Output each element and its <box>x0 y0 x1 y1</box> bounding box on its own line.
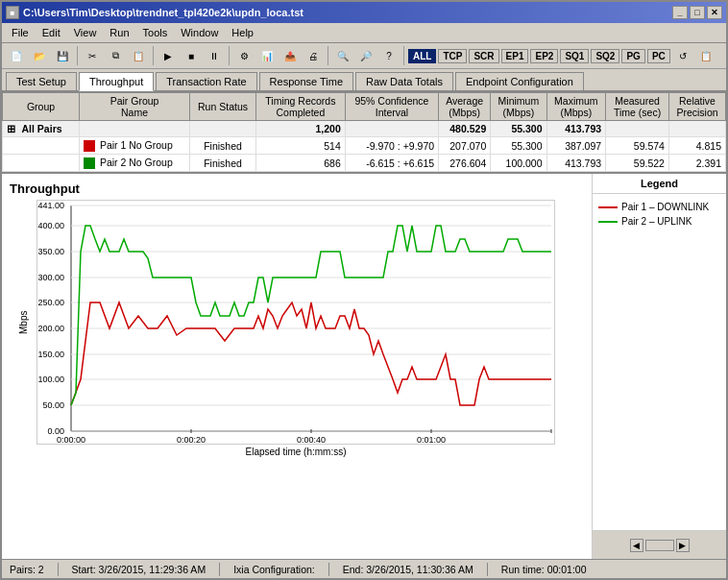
y-axis-label: Mbps <box>18 311 29 334</box>
minimize-button[interactable]: _ <box>672 6 688 19</box>
pair2-name-label: Pair 2 No Group <box>100 157 173 168</box>
cell-p1-name: Pair 1 No Group <box>80 137 190 155</box>
status-runtime: Run time: 00:01:00 <box>501 564 587 575</box>
col-minimum: Minimum(Mbps) <box>491 93 546 121</box>
maximize-button[interactable]: □ <box>690 6 705 19</box>
tab-test-setup[interactable]: Test Setup <box>6 72 77 90</box>
tag-tcp[interactable]: TCP <box>438 49 467 63</box>
tag-ep1[interactable]: EP1 <box>501 49 529 63</box>
status-sep2 <box>219 563 220 576</box>
svg-text:150.00: 150.00 <box>37 350 64 359</box>
toolbar-row1: 📄 📂 💾 ✂ ⧉ 📋 ▶ ■ ⏸ ⚙ 📊 📤 🖨 🔍 🔎 ? ALL TCP … <box>2 43 726 69</box>
zoom-out-button[interactable]: 🔎 <box>355 45 376 66</box>
close-button[interactable]: ✕ <box>707 6 722 19</box>
menu-help[interactable]: Help <box>226 25 259 40</box>
tab-endpoint-config[interactable]: Endpoint Configuration <box>455 72 584 90</box>
tab-response-time[interactable]: Response Time <box>259 72 353 90</box>
svg-text:350.00: 350.00 <box>37 247 64 256</box>
cell-p1-confidence: -9.970 : +9.970 <box>345 137 438 155</box>
legend-line-pair1 <box>598 206 618 208</box>
svg-text:0:00:20: 0:00:20 <box>177 435 206 445</box>
cell-p1-maximum: 387.097 <box>546 137 606 155</box>
menu-file[interactable]: File <box>6 25 35 40</box>
tag-sq1[interactable]: SQ1 <box>560 49 589 63</box>
cell-p2-time: 59.522 <box>606 155 669 172</box>
pause-button[interactable]: ⏸ <box>204 45 225 66</box>
svg-text:200.00: 200.00 <box>37 324 64 333</box>
tab-transaction-rate[interactable]: Transaction Rate <box>156 72 256 90</box>
tab-throughput[interactable]: Throughput <box>79 72 154 91</box>
cell-all-precision <box>668 121 725 137</box>
cell-p2-maximum: 413.793 <box>546 155 606 172</box>
new-button[interactable]: 📄 <box>6 45 27 66</box>
legend-label-pair1: Pair 1 – DOWNLINK <box>621 202 709 212</box>
cell-p1-average: 207.070 <box>439 137 491 155</box>
save-button[interactable]: 💾 <box>52 45 73 66</box>
status-ixia: Ixia Configuration: <box>233 564 315 575</box>
tag-pg[interactable]: PG <box>621 49 644 63</box>
scroll-right-button[interactable]: ▶ <box>676 539 690 552</box>
legend-title: Legend <box>593 174 726 194</box>
zoom-in-button[interactable]: 🔍 <box>332 45 353 66</box>
copy-button[interactable]: ⧉ <box>105 45 126 66</box>
settings-button[interactable]: ⚙ <box>233 45 255 66</box>
cell-all-status <box>190 121 256 137</box>
menu-run[interactable]: Run <box>104 25 134 40</box>
cell-p2-average: 276.604 <box>439 155 491 172</box>
cell-p2-status: Finished <box>190 155 256 172</box>
sep5 <box>403 46 404 65</box>
throughput-chart: .grid-line { stroke: #e0e0e0; stroke-wid… <box>36 200 555 445</box>
menu-tools[interactable]: Tools <box>137 25 174 40</box>
svg-text:300.00: 300.00 <box>37 273 64 282</box>
menu-window[interactable]: Window <box>175 25 224 40</box>
scroll-left-button[interactable]: ◀ <box>630 539 643 552</box>
tag-sq2[interactable]: SQ2 <box>591 49 619 63</box>
print-button[interactable]: 🖨 <box>303 45 324 66</box>
cell-p2-group <box>3 155 80 172</box>
cell-p1-records: 514 <box>255 137 345 155</box>
cut-button[interactable]: ✂ <box>82 45 103 66</box>
log-button[interactable]: 📋 <box>695 45 716 66</box>
cell-all-records: 1,200 <box>255 121 345 137</box>
stop-button[interactable]: ■ <box>181 45 202 66</box>
help-icon-button[interactable]: ? <box>378 45 400 66</box>
tag-pc[interactable]: PC <box>647 49 670 63</box>
cell-all-group: ⊞ All Pairs <box>3 121 80 137</box>
col-precision: RelativePrecision <box>668 93 725 121</box>
cell-all-confidence <box>345 121 438 137</box>
svg-text:400.00: 400.00 <box>37 221 64 230</box>
cell-p2-minimum: 100.000 <box>491 155 546 172</box>
scroll-thumb[interactable] <box>645 540 674 551</box>
cell-p2-confidence: -6.615 : +6.615 <box>345 155 438 172</box>
refresh-button[interactable]: ↺ <box>672 45 693 66</box>
tag-ep2[interactable]: EP2 <box>530 49 558 63</box>
status-sep4 <box>487 563 488 576</box>
export-button[interactable]: 📤 <box>279 45 301 66</box>
tag-all[interactable]: ALL <box>408 49 436 63</box>
cell-p1-status: Finished <box>190 137 256 155</box>
tab-raw-data[interactable]: Raw Data Totals <box>355 72 453 90</box>
menu-bar: File Edit View Run Tools Window Help <box>2 23 726 43</box>
legend-scrollbar: ◀ ▶ <box>593 530 726 559</box>
pair1-color-icon <box>84 140 95 152</box>
tag-scr[interactable]: SCR <box>469 49 498 63</box>
status-start: Start: 3/26/2015, 11:29:36 AM <box>72 564 206 575</box>
run-button[interactable]: ▶ <box>158 45 179 66</box>
chart-button[interactable]: 📊 <box>256 45 278 66</box>
status-sep3 <box>328 563 329 576</box>
open-button[interactable]: 📂 <box>29 45 50 66</box>
paste-button[interactable]: 📋 <box>128 45 149 66</box>
menu-edit[interactable]: Edit <box>36 25 66 40</box>
status-bar: Pairs: 2 Start: 3/26/2015, 11:29:36 AM I… <box>2 559 726 578</box>
menu-view[interactable]: View <box>68 25 103 40</box>
status-end: End: 3/26/2015, 11:30:36 AM <box>343 564 473 575</box>
title-bar-left: ■ C:\Users\Tim\Desktop\trendnet_tpl420e2… <box>6 6 303 19</box>
legend-item-pair1: Pair 1 – DOWNLINK <box>598 202 720 212</box>
content-area: Group Pair GroupName Run Status Timing R… <box>2 92 726 559</box>
status-sep1 <box>58 563 59 576</box>
table-row-pair2: Pair 2 No Group Finished 686 -6.615 : +6… <box>3 155 726 172</box>
svg-text:441.00: 441.00 <box>37 201 64 210</box>
col-group: Group <box>3 93 80 121</box>
col-pair-group-name: Pair GroupName <box>80 93 190 121</box>
sep4 <box>328 46 328 65</box>
